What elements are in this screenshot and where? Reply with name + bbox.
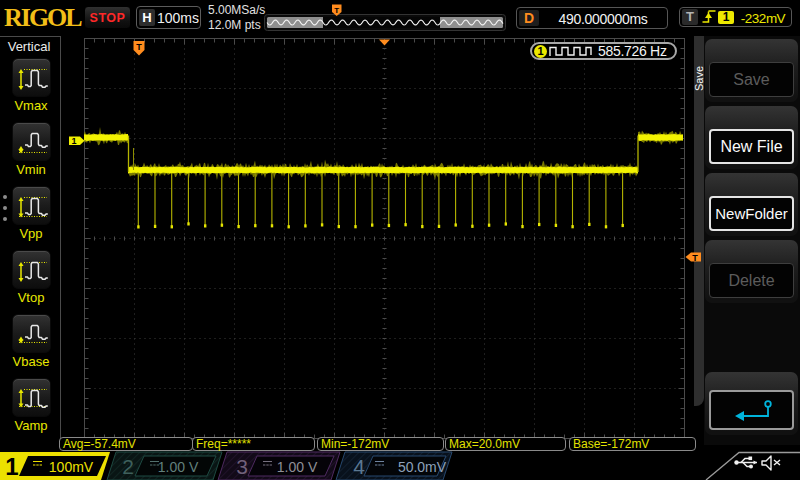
svg-text:1.00 V: 1.00 V	[158, 459, 199, 475]
svg-text:T: T	[334, 6, 339, 15]
svg-text:4: 4	[353, 455, 365, 478]
svg-text:1: 1	[5, 453, 18, 480]
svg-text:50.0mV: 50.0mV	[398, 459, 447, 475]
svg-text:T: T	[692, 253, 698, 263]
svg-text:1: 1	[71, 136, 76, 146]
svg-text:100mV: 100mV	[49, 459, 94, 475]
svg-text:3: 3	[236, 455, 248, 478]
svg-text:1.00 V: 1.00 V	[277, 459, 318, 475]
svg-text:2: 2	[122, 455, 134, 478]
svg-text:T: T	[136, 42, 142, 52]
